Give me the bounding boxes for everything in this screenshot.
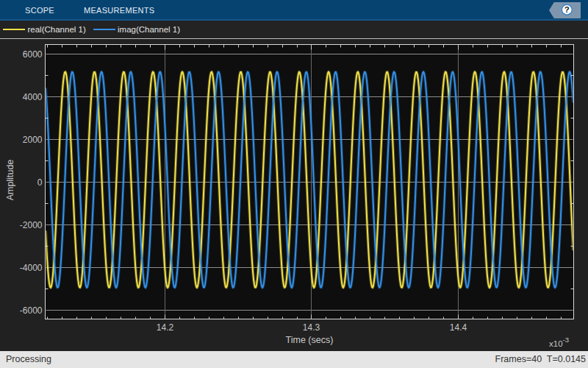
svg-text:Amplitude: Amplitude: [5, 160, 15, 201]
svg-text:-2000: -2000: [20, 220, 43, 230]
svg-text:-4000: -4000: [20, 263, 43, 273]
svg-text:-6000: -6000: [20, 305, 43, 316]
svg-text:4000: 4000: [23, 92, 43, 102]
svg-text:14.3: 14.3: [303, 322, 320, 333]
svg-text:14.4: 14.4: [450, 322, 467, 333]
svg-text:?: ?: [564, 5, 570, 14]
svg-text:14.2: 14.2: [157, 322, 174, 333]
svg-text:0: 0: [37, 177, 43, 188]
svg-text:2000: 2000: [23, 135, 43, 145]
svg-text:Time (secs): Time (secs): [286, 335, 334, 345]
svg-text:6000: 6000: [23, 49, 43, 60]
